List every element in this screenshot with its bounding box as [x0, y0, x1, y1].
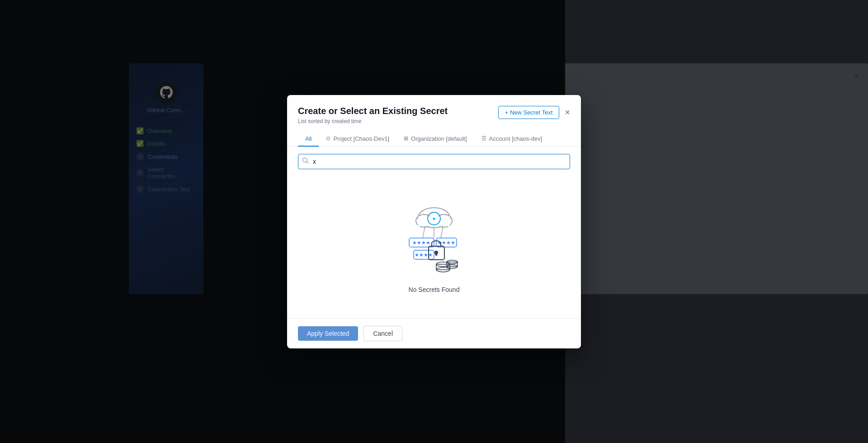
modal-body: ✦ ★★★★ ★★★★ ★★★★: [287, 173, 581, 318]
empty-state-message: No Secrets Found: [409, 286, 460, 293]
modal-tabs: All ⊙ Project [Chaos-Dev1] ⊞ Organizatio…: [287, 132, 581, 147]
tab-all[interactable]: All: [298, 132, 319, 147]
svg-text:★★★★: ★★★★: [415, 252, 433, 257]
apply-selected-button[interactable]: Apply Selected: [298, 326, 358, 341]
new-secret-text-button[interactable]: + New Secret Text: [498, 106, 560, 119]
modal-header: Create or Select an Existing Secret List…: [287, 95, 581, 124]
modal-title-section: Create or Select an Existing Secret List…: [298, 106, 448, 124]
modal-footer: Apply Selected Cancel: [287, 318, 581, 348]
cancel-button[interactable]: Cancel: [363, 326, 402, 341]
tab-project[interactable]: ⊙ Project [Chaos-Dev1]: [319, 132, 396, 147]
modal-subtitle: List sorted by created time: [298, 118, 448, 124]
search-wrapper: [298, 154, 570, 169]
modal-header-actions: + New Secret Text ×: [498, 106, 570, 119]
svg-line-8: [441, 226, 443, 238]
search-icon: [302, 157, 309, 165]
tab-account-label: Account [chaos-dev]: [489, 135, 542, 142]
modal-title: Create or Select an Existing Secret: [298, 106, 448, 116]
svg-rect-17: [435, 252, 437, 256]
search-section: [287, 147, 581, 173]
tab-account[interactable]: ☰ Account [chaos-dev]: [474, 132, 550, 147]
tab-organization[interactable]: ⊞ Organization [default]: [396, 132, 474, 147]
search-input[interactable]: [298, 154, 570, 169]
modal-dialog: Create or Select an Existing Secret List…: [287, 95, 581, 348]
account-tab-icon: ☰: [481, 135, 486, 142]
tab-project-label: Project [Chaos-Dev1]: [333, 135, 389, 142]
svg-line-6: [423, 226, 425, 238]
svg-text:★★★★: ★★★★: [412, 240, 430, 245]
tab-all-label: All: [305, 135, 311, 142]
tab-organization-label: Organization [default]: [411, 135, 467, 142]
svg-text:★★★★: ★★★★: [437, 240, 455, 245]
modal-overlay: Create or Select an Existing Secret List…: [0, 0, 868, 443]
empty-illustration: ✦ ★★★★ ★★★★ ★★★★: [389, 197, 479, 279]
svg-text:✦: ✦: [432, 216, 436, 222]
project-tab-icon: ⊙: [326, 135, 330, 142]
modal-close-button[interactable]: ×: [565, 108, 570, 117]
org-tab-icon: ⊞: [404, 135, 408, 142]
